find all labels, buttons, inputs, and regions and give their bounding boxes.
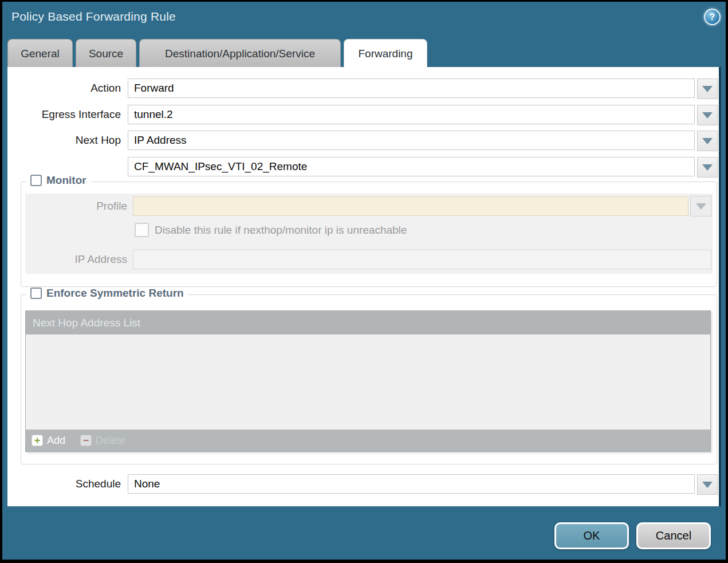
tab-general[interactable]: General bbox=[7, 39, 73, 68]
tab-destination-application-service[interactable]: Destination/Application/Service bbox=[139, 39, 341, 68]
monitor-fieldset: Monitor Profile Disable this rule if nex… bbox=[21, 182, 717, 287]
tab-bar: General Source Destination/Application/S… bbox=[7, 39, 427, 68]
next-hop-label: Next Hop bbox=[7, 131, 121, 150]
monitor-legend-label: Monitor bbox=[46, 174, 86, 187]
next-hop-address-table: Next Hop Address List + Add − Delete bbox=[25, 310, 711, 452]
next-hop-address-list-body bbox=[26, 334, 710, 430]
action-dropdown-button[interactable] bbox=[697, 78, 718, 99]
egress-interface-input[interactable]: tunnel.2 bbox=[128, 105, 695, 124]
next-hop-type-input[interactable]: IP Address bbox=[128, 131, 695, 150]
next-hop-type-dropdown-button[interactable] bbox=[697, 131, 718, 151]
tab-source[interactable]: Source bbox=[76, 39, 136, 68]
tab-forwarding[interactable]: Forwarding bbox=[344, 39, 427, 68]
schedule-input[interactable]: None bbox=[128, 474, 695, 494]
symmetric-return-legend: Enforce Symmetric Return bbox=[26, 287, 188, 300]
monitor-legend: Monitor bbox=[26, 174, 91, 187]
egress-interface-label: Egress Interface bbox=[7, 105, 121, 124]
tab-label: Destination/Application/Service bbox=[165, 48, 315, 60]
ok-button[interactable]: OK bbox=[554, 522, 629, 549]
profile-label: Profile bbox=[25, 196, 127, 216]
chevron-down-icon bbox=[702, 86, 713, 92]
egress-interface-dropdown-button[interactable] bbox=[697, 105, 718, 125]
question-mark-glyph: ? bbox=[710, 12, 715, 22]
symmetric-return-fieldset: Enforce Symmetric Return Next Hop Addres… bbox=[21, 294, 717, 464]
monitor-panel: Profile Disable this rule if nexthop/mon… bbox=[25, 194, 713, 274]
cancel-button[interactable]: Cancel bbox=[636, 522, 711, 549]
forwarding-tab-content: Action Forward Egress Interface tunnel.2… bbox=[7, 67, 719, 506]
schedule-dropdown-button[interactable] bbox=[697, 474, 718, 495]
action-input[interactable]: Forward bbox=[128, 78, 695, 98]
profile-input bbox=[133, 196, 688, 216]
plus-icon: + bbox=[32, 435, 43, 446]
tab-label: General bbox=[21, 48, 60, 60]
action-label: Action bbox=[7, 78, 121, 98]
disable-rule-checkbox bbox=[135, 223, 149, 237]
monitor-ip-address-input bbox=[133, 250, 711, 269]
add-button-label: Add bbox=[47, 435, 65, 447]
table-toolbar: + Add − Delete bbox=[26, 430, 710, 451]
chevron-down-icon bbox=[702, 164, 713, 171]
pbf-rule-dialog: Policy Based Forwarding Rule ? General S… bbox=[0, 0, 728, 563]
add-button[interactable]: + Add bbox=[32, 435, 65, 447]
tab-label: Forwarding bbox=[358, 48, 412, 60]
help-icon[interactable]: ? bbox=[704, 9, 721, 25]
monitor-checkbox[interactable] bbox=[30, 175, 42, 186]
delete-button-label: Delete bbox=[96, 435, 125, 447]
enforce-symmetric-return-checkbox[interactable] bbox=[30, 288, 42, 299]
next-hop-address-input[interactable]: CF_MWAN_IPsec_VTI_02_Remote bbox=[128, 157, 695, 176]
schedule-label: Schedule bbox=[7, 474, 121, 494]
chevron-down-icon bbox=[702, 482, 713, 488]
chevron-down-icon bbox=[702, 112, 713, 119]
delete-button: − Delete bbox=[80, 435, 125, 447]
chevron-down-icon bbox=[702, 138, 713, 144]
next-hop-address-dropdown-button[interactable] bbox=[697, 157, 718, 178]
monitor-ip-address-label: IP Address bbox=[25, 250, 127, 269]
disable-rule-label: Disable this rule if nexthop/monitor ip … bbox=[155, 223, 407, 238]
symmetric-return-legend-label: Enforce Symmetric Return bbox=[46, 287, 184, 300]
chevron-down-icon bbox=[696, 203, 706, 210]
minus-icon: − bbox=[80, 435, 92, 446]
profile-dropdown-button bbox=[690, 196, 711, 216]
tab-label: Source bbox=[89, 48, 123, 60]
next-hop-address-list-header: Next Hop Address List bbox=[26, 311, 710, 334]
dialog-title: Policy Based Forwarding Rule bbox=[11, 10, 176, 23]
